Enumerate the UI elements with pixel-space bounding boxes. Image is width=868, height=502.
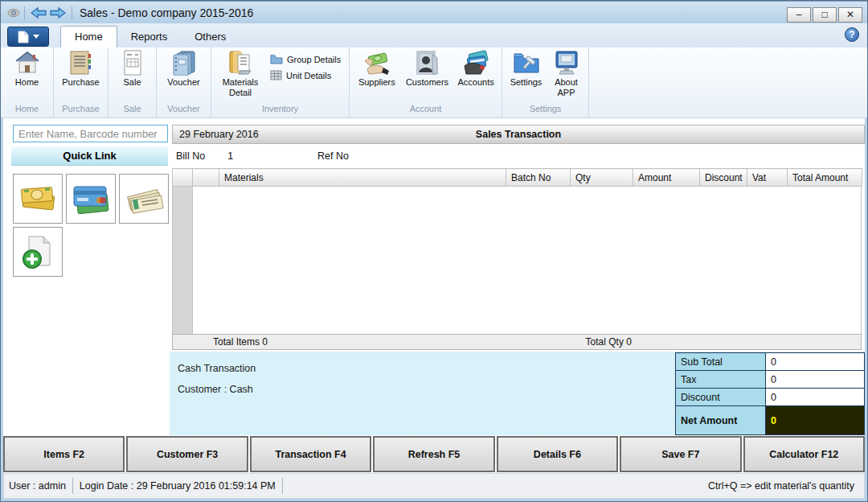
details-f6-button[interactable]: Details F6 [497, 436, 618, 472]
suppliers-button[interactable]: Suppliers [352, 47, 402, 88]
sub-total-value: 0 [766, 353, 865, 371]
bill-no-value: 1 [227, 150, 233, 162]
quick-link-header[interactable]: Quick Link [11, 146, 168, 166]
bill-row: Bill No 1 Ref No [170, 144, 865, 168]
purchase-button[interactable]: Purchase [59, 47, 101, 88]
voucher-label: Voucher [167, 77, 199, 88]
settings-folder-icon [513, 50, 540, 76]
group-label-voucher: Voucher [159, 104, 208, 117]
ribbon-group-account: Suppliers Customers Accounts Account [350, 47, 502, 117]
column-header-vat[interactable]: Vat [747, 169, 788, 187]
notepad-icon [68, 50, 92, 76]
about-app-button[interactable]: About APP [547, 47, 586, 98]
materials-grid-header: Materials Batch No Qty Amount Discount V… [172, 168, 862, 187]
ref-no-label: Ref No [317, 150, 349, 162]
ribbon-tab-strip: Home Reports Others ? [1, 23, 867, 47]
calculator-f12-button[interactable]: Calculator F12 [743, 436, 865, 472]
materials-detail-label: Materials Detail [216, 77, 264, 98]
tax-row: Tax 0 [676, 371, 865, 389]
voucher-button[interactable]: Voucher [165, 47, 202, 88]
column-header-discount[interactable]: Discount [700, 169, 747, 187]
person-card-icon [415, 50, 439, 76]
titlebar-divider [72, 6, 72, 19]
app-menu-button[interactable] [7, 27, 49, 47]
search-input[interactable] [13, 125, 168, 142]
unit-details-label: Unit Details [286, 71, 331, 80]
group-label-settings: Settings [505, 104, 586, 117]
tab-others[interactable]: Others [181, 27, 240, 47]
cheque-icon [124, 182, 164, 216]
help-icon[interactable]: ? [845, 27, 859, 42]
column-header-amount[interactable]: Amount [633, 169, 700, 187]
column-header-qty[interactable]: Qty [571, 169, 633, 187]
document-icon [18, 31, 29, 43]
group-label-purchase: Purchase [56, 104, 105, 117]
ribbon-group-purchase: Purchase Purchase [54, 47, 108, 117]
accounts-label: Accounts [458, 77, 494, 88]
new-document-quicklink-button[interactable] [13, 227, 63, 277]
column-header-materials[interactable]: Materials [219, 169, 506, 187]
group-label-inventory: Inventory [214, 104, 346, 117]
customer-f3-button[interactable]: Customer F3 [126, 436, 248, 472]
grid-icon [270, 70, 282, 80]
net-amount-row: Net Amount 0 [676, 406, 865, 435]
bill-no-label: Bill No [176, 150, 205, 162]
group-label-account: Account [352, 104, 499, 117]
minimize-button[interactable]: – [787, 7, 811, 23]
grid-summary-row: Total Items 0 Total Qty 0 [172, 334, 862, 350]
status-divider [282, 478, 283, 494]
card-quicklink-button[interactable] [66, 174, 116, 224]
titlebar-divider [24, 6, 25, 19]
about-app-label: About APP [550, 77, 583, 98]
window-controls: – □ ✕ [787, 2, 862, 23]
items-f2-button[interactable]: Items F2 [3, 436, 125, 472]
refresh-f5-button[interactable]: Refresh F5 [373, 436, 494, 472]
status-login-date: Login Date : 29 February 2016 01:59:14 P… [80, 480, 276, 492]
discount-label: Discount [676, 389, 766, 406]
cash-icon [18, 182, 57, 216]
cheque-quicklink-button[interactable] [119, 174, 169, 224]
maximize-button[interactable]: □ [813, 7, 837, 23]
ribbon-group-voucher: Voucher Voucher [157, 47, 211, 117]
left-panel: Quick Link [3, 118, 170, 435]
total-items: Total Items 0 [173, 336, 268, 348]
status-user: User : admin [9, 480, 66, 492]
folder-icon [270, 54, 283, 64]
customers-button[interactable]: Customers [402, 47, 453, 88]
settings-button[interactable]: Settings [506, 47, 547, 88]
purchase-label: Purchase [62, 77, 99, 88]
sale-button[interactable]: Sale [120, 47, 145, 88]
transaction-date: 29 February 2016 [173, 129, 259, 140]
column-header-batch-no[interactable]: Batch No [506, 169, 571, 187]
materials-detail-button[interactable]: Materials Detail [214, 47, 267, 98]
net-amount-label: Net Amount [676, 406, 766, 435]
ribbon-group-inventory: Materials Detail Group Details Unit Deta… [211, 47, 350, 117]
settings-label: Settings [510, 77, 542, 88]
hand-money-icon [362, 50, 391, 76]
unit-details-button[interactable]: Unit Details [270, 70, 341, 80]
net-amount-value: 0 [766, 406, 865, 435]
content-area: Quick Link 29 February 2016 Sal [3, 118, 865, 435]
cards-hand-icon [461, 50, 490, 76]
column-header-total-amount[interactable]: Total Amount [788, 169, 862, 187]
status-divider [72, 478, 73, 494]
transaction-f4-button[interactable]: Transaction F4 [250, 436, 371, 472]
accounts-button[interactable]: Accounts [452, 47, 499, 88]
forward-arrow-icon[interactable] [48, 6, 68, 20]
sub-total-row: Sub Total 0 [676, 353, 865, 371]
group-details-button[interactable]: Group Details [270, 54, 341, 64]
home-button[interactable]: Home [11, 47, 43, 88]
tab-reports[interactable]: Reports [117, 27, 182, 47]
tab-home[interactable]: Home [60, 26, 117, 47]
close-button[interactable]: ✕ [838, 7, 862, 23]
cash-quicklink-button[interactable] [13, 174, 63, 224]
materials-grid-body[interactable] [172, 187, 862, 334]
back-arrow-icon[interactable] [29, 6, 48, 20]
save-f7-button[interactable]: Save F7 [620, 436, 741, 472]
group-label-home: Home [3, 104, 51, 117]
transaction-summary-panel: Cash Transaction Customer : Cash Sub Tot… [170, 352, 865, 435]
status-bar: User : admin Login Date : 29 February 20… [3, 473, 865, 499]
suppliers-label: Suppliers [358, 77, 395, 88]
credit-cards-icon [71, 182, 111, 216]
app-icon [7, 8, 20, 18]
